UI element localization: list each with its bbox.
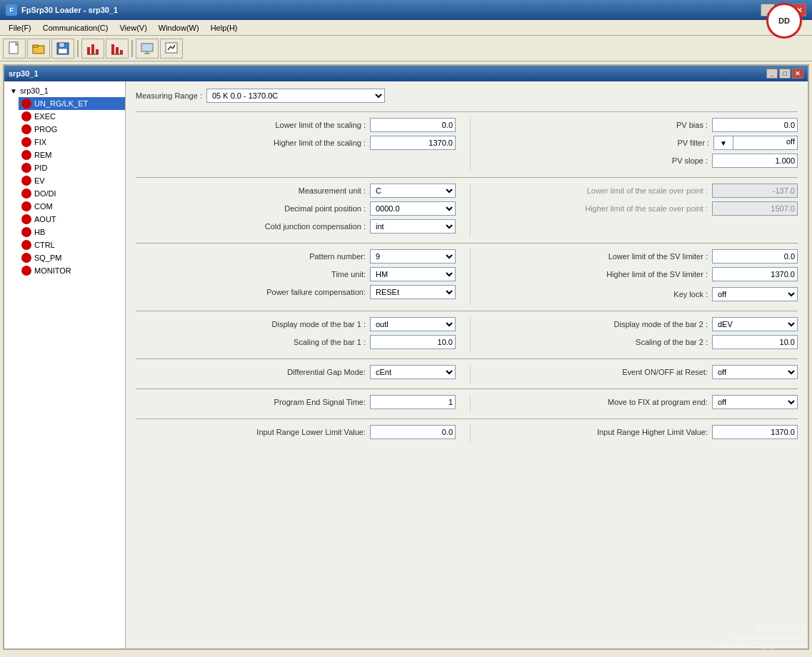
window-minimize[interactable]: _ [766,69,778,79]
sidebar-item-rem[interactable]: REM [19,149,125,161]
scaling-bar2-input[interactable]: 10.0 [712,335,798,349]
higher-limit-scaling-input[interactable]: 1370.0 [370,136,456,150]
lower-scale-over-input: -137.0 [712,184,798,198]
sidebar-item-label: PID [34,164,47,172]
svg-rect-6 [87,47,90,54]
differential-gap-select[interactable]: cEntoff [370,365,456,379]
bar-chart-icon [86,41,100,56]
measuring-range-label: Measuring Range : [136,91,202,100]
bullet-icon [21,189,31,199]
toolbar-save[interactable] [51,39,74,59]
display-bar2-row: Display mode of the bar 2 : dEVoutlPV [478,317,798,331]
open-icon [31,41,46,56]
sidebar-item-sq-pm[interactable]: SQ_PM [19,251,125,264]
sidebar-item-label: MONITOR [34,266,71,275]
display-bar1-label: Display mode of the bar 1 : [272,320,366,328]
event-on-off-row: Event ON/OFF at Reset: offon [478,365,798,379]
tree-root-item[interactable]: ▼ srp30_1 [7,84,125,97]
sidebar-item-ctrl[interactable]: CTRL [19,239,125,251]
sidebar-item-prog[interactable]: PROG [19,123,125,136]
signal-icon [110,41,124,56]
save-icon [56,41,70,56]
scaling-bar2-label: Scaling of the bar 2 : [636,338,708,346]
menu-bar: File(F) Communication(C) View(V) Window(… [0,20,812,36]
bullet-icon [21,163,31,173]
toolbar-stats[interactable] [160,39,183,59]
scaling-bar1-input[interactable]: 10.0 [370,335,456,349]
program-end-signal-input[interactable]: 1 [370,395,456,409]
pv-bias-input[interactable]: 0.0 [712,118,798,132]
higher-scale-over-label: Higher limit of the scale over point : [585,204,708,213]
lower-limit-scaling-input[interactable]: 0.0 [370,118,456,132]
main-window: srp30_1 _ □ ✕ ▼ srp30_1 UN_RG/LK_ET [3,64,809,650]
stats-icon [164,41,179,56]
toolbar-new[interactable] [3,39,26,59]
toolbar-btn5[interactable] [106,39,129,59]
display-bar2-select[interactable]: dEVoutlPV [712,317,798,331]
bullet-icon [21,99,31,109]
pattern-number-label: Pattern number: [309,252,366,261]
pv-slope-label: PV slope : [672,156,708,165]
scaling-bar1-label: Scaling of the bar 1 : [294,338,366,346]
measurement-unit-select[interactable]: CFK [370,184,456,198]
scaling-bar1-row: Scaling of the bar 1 : 10.0 [136,335,456,349]
sidebar-item-aout[interactable]: AOUT [19,213,125,226]
window-close[interactable]: ✕ [792,69,803,79]
display-bar1-row: Display mode of the bar 1 : outldEVPV [136,317,456,331]
sidebar-item-dodi[interactable]: DO/DI [19,187,125,200]
sidebar-item-un-rg[interactable]: UN_RG/LK_ET [19,97,125,110]
event-on-off-select[interactable]: offon [712,365,798,379]
watermark-web: www.add.mace.com [713,633,805,641]
menu-communication[interactable]: Communication(C) [37,22,114,34]
sidebar-item-pid[interactable]: PID [19,161,125,174]
time-unit-label: Time unit: [331,270,366,279]
pv-slope-input[interactable]: 1.000 [712,154,798,168]
sidebar-item-fix[interactable]: FIX [19,136,125,149]
toolbar-separator-1 [77,40,79,57]
right-panel: Measuring Range : 05 K 0.0 - 1370.0C Low… [126,81,808,648]
program-end-signal-label: Program End Signal Time: [274,398,366,406]
sidebar-item-com[interactable]: COM [19,200,125,213]
lower-sv-limiter-input[interactable]: 0.0 [712,249,798,264]
input-range-lower-label: Input Range Lower Limit Value: [256,428,366,436]
higher-scale-over-row: Higher limit of the scale over point : 1… [478,201,798,216]
lower-limit-scaling-label: Lower limit of the scaling : [275,121,366,129]
sidebar-item-monitor[interactable]: MONITOR [19,264,125,277]
power-failure-select[interactable]: RESEtCONT [370,285,456,299]
sidebar-item-ev[interactable]: EV [19,174,125,187]
pattern-number-select[interactable]: 9 [370,249,456,264]
sidebar-item-hb[interactable]: HB [19,226,125,239]
sidebar-item-label: AOUT [34,215,56,224]
svg-rect-8 [96,49,99,54]
pattern-number-row: Pattern number: 9 [136,249,456,264]
sidebar-item-label: SQ_PM [34,254,62,262]
toolbar-open[interactable] [27,39,50,59]
svg-rect-2 [33,45,38,47]
input-range-higher-input[interactable]: 1370.0 [712,425,798,439]
toolbar-monitor[interactable] [136,39,159,59]
sidebar-item-label: REM [34,151,51,159]
toolbar-btn4[interactable] [81,39,104,59]
input-range-lower-row: Input Range Lower Limit Value: 0.0 [136,425,456,439]
menu-window[interactable]: Window(W) [153,22,205,34]
cold-junction-select[interactable]: intextoff [370,219,456,234]
menu-file[interactable]: File(F) [3,22,37,34]
bullet-icon [21,253,31,263]
higher-scale-over-input: 1507.0 [712,201,798,216]
key-lock-select[interactable]: offon [712,287,798,301]
measuring-range-select[interactable]: 05 K 0.0 - 1370.0C [206,89,385,103]
input-range-lower-input[interactable]: 0.0 [370,425,456,439]
menu-help[interactable]: Help(H) [205,22,244,34]
display-bar2-label: Display mode of the bar 2 : [614,320,708,328]
menu-view[interactable]: View(V) [114,22,152,34]
higher-sv-limiter-input[interactable]: 1370.0 [712,267,798,281]
display-bar1-select[interactable]: outldEVPV [370,317,456,331]
move-to-fix-select[interactable]: offon [712,395,798,409]
window-maximize[interactable]: □ [779,69,791,79]
time-unit-select[interactable]: HMMS [370,267,456,281]
pv-filter-arrow[interactable]: ▼ [713,136,733,150]
sidebar-item-label: FIX [34,138,46,146]
decimal-point-select[interactable]: 0000.0000.0000.000 [370,201,456,216]
sidebar-item-exec[interactable]: EXEC [19,110,125,123]
lower-scale-over-label: Lower limit of the scale over point : [587,186,708,195]
